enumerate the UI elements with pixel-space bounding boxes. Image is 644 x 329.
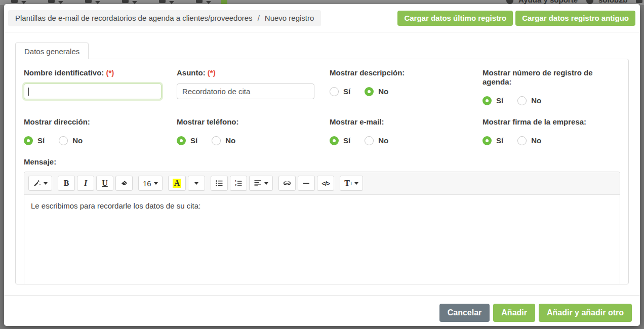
text-cursor-icon: I [350, 181, 352, 186]
num-registro-si-option[interactable]: Sí [482, 96, 503, 105]
radio-unchecked-icon[interactable] [212, 136, 221, 145]
underline-button[interactable]: U [96, 176, 113, 191]
unordered-list-button[interactable] [211, 176, 228, 191]
add-button[interactable]: Añadir [493, 304, 535, 322]
field-mostrar-telefono: Mostrar teléfono: Sí No [177, 116, 314, 148]
radio-checked-icon[interactable] [365, 87, 374, 96]
text-style-button[interactable]: T I [340, 176, 363, 191]
text-cursor [28, 88, 29, 96]
caret-down-icon [354, 182, 358, 185]
list-ol-icon: 1 2 [234, 179, 243, 187]
telefono-no-option[interactable]: No [212, 136, 235, 145]
caret-down-icon [264, 182, 268, 185]
email-no-option[interactable]: No [365, 136, 388, 145]
load-last-record-button[interactable]: Cargar datos último registro [397, 11, 513, 26]
editor-toolbar: B I U 16 [24, 172, 620, 195]
svg-text:2: 2 [235, 184, 236, 187]
style-button[interactable] [28, 176, 52, 191]
bold-button[interactable]: B [58, 176, 75, 191]
list-ul-icon [215, 179, 223, 187]
minus-icon [303, 179, 310, 187]
font-size-button[interactable]: 16 [138, 176, 163, 191]
italic-button[interactable]: I [77, 176, 94, 191]
required-marker: (*) [208, 68, 216, 77]
add-and-add-another-button[interactable]: Añadir y añadir otro [539, 304, 632, 322]
radio-checked-icon[interactable] [482, 136, 492, 145]
direccion-no-option[interactable]: No [59, 136, 83, 145]
clear-format-button[interactable] [115, 176, 133, 191]
field-mostrar-num-registro: Mostrar número de registro de agenda: Sí… [482, 67, 620, 108]
mensaje-editor-area[interactable]: Le escribimos para recordarle los datos … [24, 195, 620, 284]
header-buttons: Cargar datos último registro Cargar dato… [397, 11, 635, 26]
field-asunto: Asunto: (*) [177, 67, 314, 108]
direccion-si-option[interactable]: Sí [24, 136, 45, 145]
link-icon [283, 179, 291, 187]
email-si-option[interactable]: Sí [330, 136, 350, 145]
mostrar-descripcion-label: Mostrar descripción: [330, 68, 467, 77]
nav-menu-icon [122, 0, 129, 3]
breadcrumb-current: Nuevo registro [265, 14, 314, 22]
required-marker: (*) [106, 68, 114, 77]
radio-unchecked-icon[interactable] [330, 87, 339, 96]
radio-unchecked-icon[interactable] [59, 136, 68, 145]
telefono-si-option[interactable]: Sí [177, 136, 197, 145]
ordered-list-button[interactable]: 1 2 [230, 176, 247, 191]
radio-checked-icon[interactable] [177, 136, 186, 145]
mostrar-firma-label: Mostrar firma de la empresa: [482, 117, 620, 127]
asunto-input[interactable] [177, 84, 314, 99]
form-row-2: Mostrar dirección: Sí No Mostrar teléfo [24, 116, 620, 148]
field-mostrar-descripcion: Mostrar descripción: Sí No [330, 67, 467, 108]
user-link: solob2b [598, 0, 628, 4]
paragraph-align-button[interactable] [249, 176, 273, 191]
field-mostrar-firma: Mostrar firma de la empresa: Sí No [482, 116, 620, 148]
descripcion-no-option[interactable]: No [365, 87, 388, 96]
font-color-caret-button[interactable] [188, 176, 205, 191]
nav-corner-icon [636, 0, 642, 3]
radio-checked-icon[interactable] [482, 96, 492, 105]
mostrar-email-label: Mostrar e-mail: [330, 117, 467, 127]
form-panel: Nombre identificativo: (*) Asunto: (*) [15, 59, 629, 284]
caret-down-icon [194, 182, 198, 185]
firma-si-option[interactable]: Sí [482, 136, 503, 145]
caret-down-icon [154, 182, 158, 185]
help-link: Ayuda y soporte [518, 0, 578, 4]
radio-unchecked-icon[interactable] [517, 96, 527, 105]
num-registro-no-option[interactable]: No [517, 96, 541, 105]
form-row-1: Nombre identificativo: (*) Asunto: (*) [24, 67, 620, 108]
tab-datos-generales[interactable]: Datos generales [15, 43, 89, 59]
field-mensaje: Mensaje: [24, 157, 620, 284]
new-record-modal: Plantillas de e-mail de recordatorios de… [4, 4, 640, 326]
horizontal-rule-button[interactable] [298, 176, 315, 191]
caret-down-icon [44, 182, 48, 185]
mostrar-num-registro-label: Mostrar número de registro de agenda: [482, 68, 620, 87]
cancel-button[interactable]: Cancelar [439, 304, 490, 322]
radio-unchecked-icon[interactable] [517, 136, 527, 145]
field-mostrar-email: Mostrar e-mail: Sí No [330, 116, 467, 148]
radio-checked-icon[interactable] [24, 136, 33, 145]
rich-text-editor: B I U 16 [24, 172, 620, 284]
descripcion-si-option[interactable]: Sí [330, 87, 350, 96]
modal-footer: Cancelar Añadir Añadir y añadir otro [4, 295, 640, 329]
link-button[interactable] [278, 176, 296, 191]
mostrar-telefono-label: Mostrar teléfono: [177, 117, 314, 127]
mostrar-direccion-label: Mostrar dirección: [24, 117, 162, 127]
nav-menu-icon [159, 0, 166, 3]
svg-text:1: 1 [235, 180, 236, 183]
font-color-button[interactable]: A [168, 176, 186, 191]
nav-menu-icon [11, 0, 18, 3]
nav-menu-icon [48, 0, 55, 3]
nav-menu-icon [196, 0, 203, 3]
load-old-record-button[interactable]: Cargar datos registro antiguo [515, 11, 635, 26]
radio-unchecked-icon[interactable] [365, 136, 374, 145]
modal-body: Datos generales Nombre identificativo: (… [4, 32, 640, 329]
code-view-button[interactable]: </> [317, 176, 334, 191]
firma-no-option[interactable]: No [517, 136, 541, 145]
asunto-label: Asunto: [177, 68, 206, 77]
field-mostrar-direccion: Mostrar dirección: Sí No [24, 116, 162, 148]
radio-checked-icon[interactable] [330, 136, 339, 145]
breadcrumb-path: Plantillas de e-mail de recordatorios de… [15, 14, 253, 22]
help-icon [506, 0, 513, 4]
font-color-swatch: A [173, 179, 182, 188]
magic-wand-icon [33, 179, 41, 187]
nombre-identificativo-input[interactable] [24, 84, 162, 99]
